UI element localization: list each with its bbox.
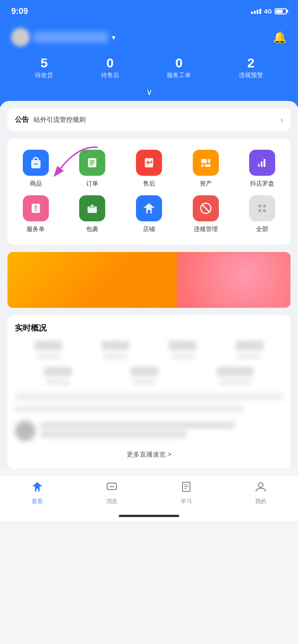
svg-rect-5 [90, 162, 95, 163]
home-nav-icon [31, 481, 43, 496]
realtime-title: 实时概况 [15, 323, 283, 333]
stat-service-order[interactable]: 0 服务工单 [167, 56, 191, 80]
announcement-bar[interactable]: 公告 站外引流管控规则 › [7, 108, 291, 131]
nav-label-home: 首页 [32, 498, 43, 505]
svg-text:!: ! [34, 204, 37, 213]
menu-item-compass[interactable]: 抖店罗盘 [239, 150, 285, 188]
realtime-footer-text: 更多直播速览 > [127, 451, 171, 458]
realtime-section: 实时概况 [7, 315, 291, 468]
stat-num-service-order: 0 [167, 56, 191, 71]
blurred-stats-row-1 [15, 341, 283, 359]
svg-marker-29 [32, 482, 42, 486]
bottom-nav: 首页 消息 学习 [0, 476, 298, 515]
announcement-arrow-icon: › [280, 115, 283, 125]
svg-rect-13 [258, 164, 260, 167]
stat-label-pending-ship: 待发货 [35, 72, 53, 79]
goods-label: 商品 [30, 179, 42, 188]
menu-item-violation[interactable]: 违规管理 [183, 195, 229, 233]
menu-item-goods[interactable]: 商品 [13, 150, 59, 188]
blurred-stat-4 [236, 341, 264, 359]
learn-nav-icon [180, 481, 192, 496]
svg-rect-9 [201, 159, 207, 163]
svg-text:↩: ↩ [146, 159, 152, 166]
notification-icon[interactable]: 🔔 [273, 31, 287, 44]
stat-pending-ship[interactable]: 5 待发货 [35, 56, 53, 80]
svg-rect-35 [113, 486, 114, 487]
svg-rect-33 [109, 486, 111, 487]
stat-violation-warning[interactable]: 2 违规预警 [239, 56, 263, 80]
blurred-bar-2 [15, 405, 243, 412]
service-icon: ! [23, 195, 49, 221]
menu-item-store[interactable]: 店铺 [126, 195, 172, 233]
nav-item-message[interactable]: 消息 [74, 481, 149, 505]
blurred-stat-6 [130, 367, 158, 385]
menu-item-order[interactable]: 订单 [69, 150, 115, 188]
blurred-stat-7 [217, 367, 254, 385]
package-label: 包裹 [86, 225, 98, 233]
nav-item-learn[interactable]: 学习 [149, 481, 224, 505]
violation-icon [193, 195, 219, 221]
banner-right [177, 252, 291, 308]
goods-icon [23, 150, 49, 176]
nav-item-home[interactable]: 首页 [0, 481, 74, 505]
realtime-content-blurred [15, 341, 283, 445]
home-bar [119, 515, 179, 517]
service-label: 服务单 [27, 225, 45, 233]
signal-icon [251, 9, 261, 14]
menu-row-1: 商品 订单 ↩ [7, 146, 291, 192]
realtime-footer[interactable]: 更多直播速览 > [15, 445, 283, 461]
blurred-bar-1 [15, 393, 283, 400]
order-icon [79, 150, 105, 176]
svg-rect-37 [184, 485, 189, 485]
message-nav-icon [106, 481, 118, 496]
blurred-stat-2 [102, 341, 129, 359]
blurred-stat-1 [34, 341, 62, 359]
blurred-stat-5 [44, 367, 72, 385]
svg-rect-19 [89, 206, 95, 208]
package-icon [79, 195, 105, 221]
mine-nav-icon [255, 481, 267, 496]
nav-label-mine: 我的 [255, 498, 266, 505]
svg-rect-14 [261, 161, 263, 167]
stat-num-violation: 2 [239, 56, 263, 71]
store-icon [136, 195, 162, 221]
menu-item-assets[interactable]: 资产 [183, 150, 229, 188]
shop-selector[interactable]: ▾ 🔔 [11, 28, 287, 46]
svg-rect-25 [258, 205, 261, 207]
blurred-stats-row-2 [15, 367, 283, 385]
status-time: 9:09 [11, 7, 28, 16]
order-label: 订单 [86, 179, 98, 188]
network-label: 4G [264, 8, 272, 15]
menu-item-package[interactable]: 包裹 [69, 195, 115, 233]
menu-item-all[interactable]: 全部 [239, 195, 285, 233]
home-indicator [0, 515, 298, 521]
menu-item-service[interactable]: ! 服务单 [13, 195, 59, 233]
all-label: 全部 [256, 225, 268, 233]
header: ▾ 🔔 5 待发货 0 待售后 0 服务工单 2 违规预警 ∨ [0, 22, 298, 106]
banner[interactable] [7, 252, 291, 308]
menu-row-2: ! 服务单 包裹 [7, 192, 291, 237]
svg-rect-22 [148, 210, 150, 213]
svg-marker-20 [143, 203, 155, 208]
svg-rect-38 [184, 486, 189, 487]
svg-rect-11 [201, 164, 204, 167]
nav-label-message: 消息 [106, 498, 117, 505]
status-icons: 4G [251, 8, 287, 15]
stat-pending-after[interactable]: 0 待售后 [101, 56, 119, 80]
svg-line-24 [203, 205, 209, 212]
stat-label-service-order: 服务工单 [167, 72, 191, 79]
svg-rect-15 [264, 159, 265, 167]
expand-hint[interactable]: ∨ [11, 83, 287, 97]
blurred-avatar [15, 421, 35, 441]
blurred-lines [41, 422, 283, 440]
menu-grid: 商品 订单 ↩ [7, 139, 291, 245]
chevron-down-icon[interactable]: ▾ [112, 33, 115, 42]
svg-rect-26 [263, 205, 266, 207]
all-icon [249, 195, 275, 221]
svg-rect-28 [263, 209, 266, 212]
nav-item-mine[interactable]: 我的 [224, 481, 298, 505]
announcement-badge: 公告 [15, 115, 29, 124]
stat-label-pending-after: 待售后 [101, 72, 119, 79]
battery-icon [275, 8, 287, 14]
menu-item-aftersale[interactable]: ↩ 售后 [126, 150, 172, 188]
